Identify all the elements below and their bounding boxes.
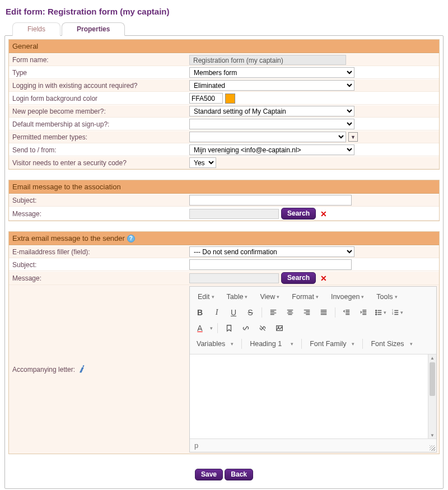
bg-color-label: Login form background color (9, 93, 188, 104)
menu-format[interactable]: Format▾ (287, 291, 323, 303)
new-member-label: New people become member?: (9, 106, 188, 117)
back-button[interactable]: Back (225, 469, 253, 480)
number-list-icon[interactable]: 123▾ (390, 306, 404, 319)
sender-subject-label: Subject: (9, 259, 188, 270)
unlink-icon[interactable] (256, 322, 269, 334)
sender-search-button[interactable]: Search (281, 272, 316, 284)
align-right-icon[interactable] (300, 306, 314, 319)
menu-table[interactable]: Table▾ (222, 291, 253, 303)
assoc-search-button[interactable]: Search (281, 208, 316, 220)
type-select[interactable]: Members form (189, 67, 354, 78)
align-center-icon[interactable] (283, 306, 297, 319)
info-icon[interactable]: ⅈ (77, 364, 83, 375)
strikethrough-icon[interactable]: S (244, 306, 257, 319)
sender-subject-input[interactable] (189, 259, 352, 270)
editor-path: p (194, 441, 198, 450)
security-code-select[interactable]: Yes (189, 157, 216, 168)
image-icon[interactable] (273, 322, 286, 334)
default-membership-label: Default membership at sign-up?: (9, 119, 188, 130)
permitted-types-label: Permitted member types: (9, 132, 188, 143)
assoc-subject-label: Subject: (9, 195, 188, 206)
menu-invoegen[interactable]: Invoegen▾ (326, 291, 368, 303)
editor-content-area[interactable]: ▲ ▼ (190, 354, 436, 438)
assoc-message-box (189, 209, 279, 219)
default-membership-select[interactable] (189, 119, 354, 129)
assoc-clear-icon[interactable]: ✕ (320, 209, 327, 218)
login-required-label: Logging in with existing account require… (9, 80, 188, 91)
rich-text-editor: Edit▾ Table▾ View▾ Format▾ Invoegen▾ Too… (189, 286, 437, 452)
link-icon[interactable] (239, 322, 253, 334)
filler-label: E-mailaddress filler (field): (9, 246, 188, 258)
svg-point-1 (375, 312, 376, 313)
section-email-assoc: Email message to the association Subject… (8, 180, 440, 221)
indent-icon[interactable] (357, 306, 370, 319)
tab-bar: Fields Properties (12, 22, 444, 35)
align-justify-icon[interactable] (317, 306, 330, 319)
dropdown-heading[interactable]: Heading 1▾ (246, 338, 297, 350)
dropdown-font-family[interactable]: Font Family▾ (306, 338, 358, 350)
page-title: Edit form: Registration form (my captain… (6, 7, 444, 16)
help-icon[interactable]: ? (127, 235, 135, 242)
filler-select[interactable]: --- Do not send confirmation (189, 246, 354, 257)
form-name-value: Registration form (my captain) (189, 55, 346, 65)
type-label: Type (9, 67, 188, 78)
permitted-types-select[interactable] (189, 132, 346, 142)
outdent-icon[interactable] (340, 306, 353, 319)
bullet-list-icon[interactable]: ▾ (374, 306, 387, 319)
editor-menubar: Edit▾ Table▾ View▾ Format▾ Invoegen▾ Too… (193, 289, 433, 305)
sender-message-label: Message: (9, 273, 188, 284)
new-member-select[interactable]: Standard setting of My Captain (189, 106, 354, 116)
resize-handle-icon[interactable] (430, 445, 435, 451)
text-color-icon[interactable]: A (193, 322, 207, 334)
menu-edit[interactable]: Edit▾ (193, 291, 219, 303)
svg-rect-6 (277, 326, 283, 331)
bold-icon[interactable]: B (193, 306, 207, 319)
bookmark-icon[interactable] (222, 322, 236, 334)
section-email-sender: Extra email message to the sender ? E-ma… (8, 231, 440, 454)
align-left-icon[interactable] (267, 306, 280, 319)
send-to-label: Send to / from: (9, 144, 188, 156)
save-button[interactable]: Save (195, 469, 223, 480)
login-required-select[interactable]: Eliminated (189, 80, 354, 91)
svg-text:3: 3 (391, 313, 393, 315)
bg-color-swatch[interactable] (225, 94, 235, 104)
permitted-types-expand-icon[interactable]: ▼ (348, 132, 358, 142)
dropdown-variables[interactable]: Variables▾ (193, 338, 237, 350)
section-general: General Form name: Registration form (my… (8, 39, 440, 170)
section-header-email-sender: Extra email message to the sender ? (9, 232, 439, 245)
svg-point-2 (375, 314, 376, 315)
tab-properties[interactable]: Properties (62, 22, 125, 36)
letter-label: Accompanying letter: (12, 366, 75, 374)
italic-icon[interactable]: I (210, 306, 223, 319)
svg-point-0 (375, 310, 376, 311)
form-name-label: Form name: (9, 54, 188, 66)
sender-message-box (189, 273, 279, 283)
menu-tools[interactable]: Tools▾ (372, 291, 402, 303)
assoc-subject-input[interactable] (189, 195, 352, 206)
editor-status-bar: p (190, 438, 436, 452)
properties-panel: General Form name: Registration form (my… (4, 35, 444, 489)
dropdown-font-sizes[interactable]: Font Sizes▾ (367, 338, 416, 350)
send-to-select[interactable]: Mijn vereniging <info@e-captain.nl> (189, 144, 354, 155)
svg-point-7 (278, 326, 279, 328)
section-header-general: General (9, 40, 439, 53)
bg-color-input[interactable] (189, 93, 223, 104)
section-header-email-sender-text: Extra email message to the sender (12, 234, 125, 242)
tab-fields[interactable]: Fields (12, 22, 60, 36)
security-code-label: Visitor needs to enter a security code? (9, 157, 188, 169)
menu-view[interactable]: View▾ (255, 291, 284, 303)
editor-scrollbar[interactable]: ▲ ▼ (428, 354, 436, 438)
assoc-message-label: Message: (9, 208, 188, 220)
sender-clear-icon[interactable]: ✕ (320, 274, 327, 283)
section-header-email-assoc: Email message to the association (9, 180, 439, 194)
underline-icon[interactable]: U (227, 306, 240, 319)
